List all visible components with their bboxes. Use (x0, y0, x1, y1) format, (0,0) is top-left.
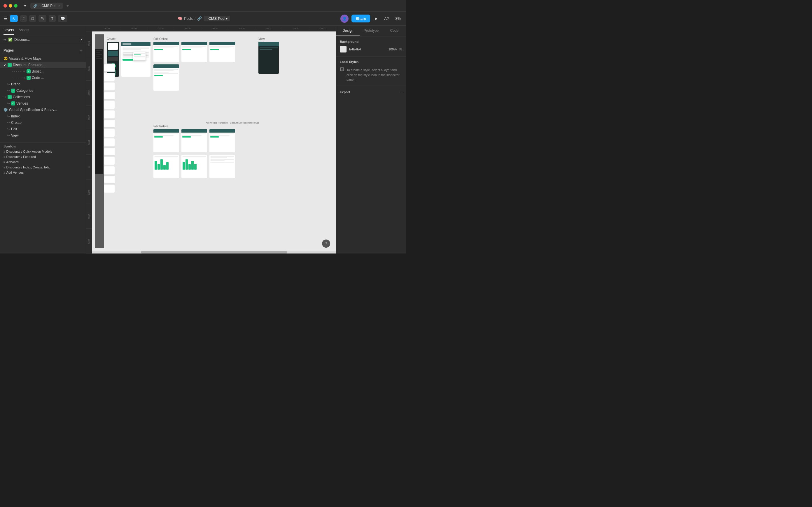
page-label-index: Index (11, 114, 19, 118)
comment-tool[interactable]: 💬 (58, 15, 67, 22)
left-thumbnails (104, 63, 115, 193)
frame-tool[interactable]: # (20, 15, 27, 22)
page-item-create[interactable]: ↪ Create (0, 119, 86, 126)
page-item-global[interactable]: ⚙️ Global Specification & Behav... (0, 107, 86, 113)
shape-tool[interactable]: □ (29, 15, 36, 22)
ruler-mark-h: -3000 (255, 27, 282, 30)
close-button[interactable] (3, 4, 7, 8)
breadcrumb-current[interactable]: - CMS Pod ▾ (204, 16, 230, 21)
canvas-content: Create (92, 32, 336, 253)
ruler-mark-h: -4000 (228, 27, 255, 30)
page-item-brand[interactable]: ↪ Brand (0, 81, 86, 88)
new-tab-button[interactable]: + (66, 3, 69, 8)
export-section: Export + (336, 86, 406, 98)
layer-breadcrumb-close[interactable]: × (81, 38, 83, 42)
scrollbar-thumb[interactable] (141, 251, 287, 253)
tab-prototype[interactable]: Prototype (360, 25, 383, 36)
menu-button[interactable]: ☰ (3, 16, 8, 21)
tab-assets[interactable]: Assets (19, 28, 29, 35)
dashes-code: - - - - - ↪ (12, 76, 26, 80)
right-panel-tabs: Design Prototype Code (336, 25, 406, 37)
text-tool[interactable]: T (49, 15, 56, 22)
symbols-label: Symbols (3, 145, 16, 148)
layer-breadcrumb-arrow: ↪ (3, 38, 6, 42)
page-label-venues: Venues (16, 101, 28, 106)
page-item-venues[interactable]: ↪ ✓ Venues (0, 100, 86, 107)
scrollbar-horizontal[interactable] (92, 251, 336, 253)
ruler-mark-h: -2000 (282, 27, 309, 30)
symbols-group[interactable]: Symbols (0, 144, 86, 149)
export-add-button[interactable]: + (400, 90, 403, 95)
zoom-control[interactable]: 8% (394, 15, 403, 22)
traffic-lights (3, 4, 17, 8)
ruler-mark-h: -8000 (120, 27, 147, 30)
page-item-discount-featured[interactable]: ✓ ✓ Discount, Featured ... (0, 62, 86, 68)
help-button[interactable]: ? (322, 239, 330, 248)
ruler-mark-h: -9000 (93, 27, 120, 30)
page-label-global: Global Specification & Behav... (9, 108, 57, 112)
layer-discounts-qam[interactable]: # Discounts / Quick Action Models (0, 149, 86, 154)
share-button[interactable]: Share (351, 14, 370, 22)
grid-icon-3: # (3, 161, 5, 164)
ruler-mark-v: 4000 (86, 56, 92, 81)
edit-online-section: Edit Online (153, 37, 235, 91)
arrow-venues: ↪ (7, 101, 10, 106)
arrow-create: ↪ (7, 121, 10, 125)
tab-code[interactable]: Code (383, 25, 406, 36)
tab-close-icon[interactable]: × (58, 4, 60, 7)
figma-icon: ✦ (23, 3, 27, 8)
ruler-mark-h: -7000 (147, 27, 174, 30)
select-tool[interactable]: ↖ (10, 15, 18, 22)
page-item-code[interactable]: - - - - - ↪ ✓ Code ... (0, 74, 86, 81)
page-item-index[interactable]: ↪ Index (0, 113, 86, 119)
check-badge-venues: ✓ (11, 101, 15, 106)
layer-discounts-featured[interactable]: # Discounts / Featured (0, 154, 86, 159)
bg-color-hex: E4E4E4 (349, 48, 386, 51)
layer-discounts-ice[interactable]: # Discounts / Index, Create, Edit (0, 165, 86, 170)
active-tab[interactable]: 🔗 - CMS Pod × (30, 3, 63, 9)
maximize-button[interactable] (14, 4, 17, 8)
check-badge-categories: ✓ (11, 89, 15, 93)
page-item-collections[interactable]: ↪ ✓ Collections (0, 94, 86, 100)
page-item-categories[interactable]: ↪ ✓ Categories (0, 88, 86, 94)
background-section: Background E4E4E4 100% 👁 (336, 37, 406, 57)
grid-icon-4: # (3, 166, 5, 169)
canvas[interactable]: -9000 -8000 -7000 -6000 -5000 -4000 -300… (86, 25, 336, 253)
check-badge-collections: ✓ (8, 95, 12, 99)
tab-layers[interactable]: Layers (3, 28, 14, 35)
layer-artboard[interactable]: # Artboard (0, 159, 86, 165)
page-item-boost[interactable]: - - - - - ↪ ✓ Boost... (0, 68, 86, 74)
minimize-button[interactable] (9, 4, 12, 8)
ruler-mark-v: 0 (86, 155, 92, 179)
page-label-brand: Brand (11, 82, 20, 86)
bg-color-row: E4E4E4 100% 👁 (340, 46, 403, 53)
layer-label-2: Discounts / Featured (6, 155, 36, 159)
play-button[interactable]: ▶ (373, 15, 379, 22)
ruler-mark-v: 2000 (86, 106, 92, 130)
local-styles-section: Local Styles ⊞ To create a style, select… (336, 57, 406, 86)
add-page-button[interactable]: + (80, 48, 83, 53)
page-item-edit[interactable]: ↪ Edit (0, 126, 86, 132)
arrow-index: ↪ (7, 114, 10, 118)
layer-breadcrumb-label: Discoun... (14, 38, 30, 42)
ruler-mark-v: 1000 (86, 130, 92, 155)
page-label-collections: Collections (13, 95, 30, 99)
right-panel: Design Prototype Code Background E4E4E4 … (336, 25, 406, 253)
bg-color-swatch[interactable] (340, 46, 347, 53)
tab-design[interactable]: Design (336, 25, 360, 36)
ruler-mark-v: -3000 (86, 229, 92, 253)
pages-section: Pages + 😎 Visuals & Flow Maps ✓ ✓ Discou… (0, 44, 86, 141)
pods-link[interactable]: Pods (184, 16, 193, 21)
pen-tool[interactable]: ✎ (39, 15, 46, 22)
visibility-icon[interactable]: 👁 (399, 47, 403, 51)
emoji-global: ⚙️ (3, 108, 8, 112)
edit-instore-label: Edit Instore (153, 125, 235, 128)
layer-add-venues[interactable]: # Add Venues (0, 170, 86, 175)
left-panel: Layers Assets ↪ ✅ Discoun... × Pages + 😎… (0, 25, 86, 253)
edit-instore-section: Edit Instore (153, 125, 235, 178)
page-item-visuals[interactable]: 😎 Visuals & Flow Maps (0, 55, 86, 62)
ai-button[interactable]: A? (383, 15, 391, 22)
page-item-view[interactable]: ↪ View (0, 132, 86, 139)
cms-pod-icon: 🔗 (197, 16, 202, 21)
panel-divider (0, 142, 86, 143)
